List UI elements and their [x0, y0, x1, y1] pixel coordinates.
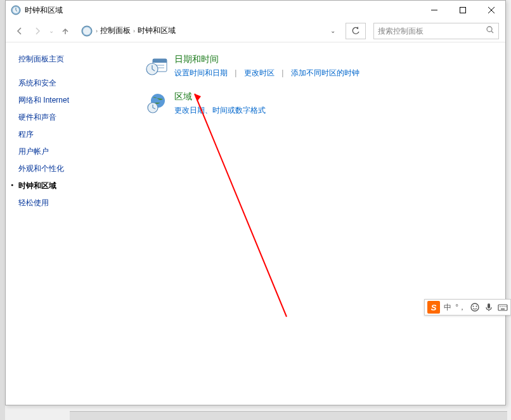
search-input[interactable] — [378, 27, 486, 35]
ime-toolbar[interactable]: S 中 °， — [424, 299, 511, 315]
address-dropdown-icon[interactable]: ⌄ — [328, 27, 338, 34]
svg-point-24 — [505, 306, 507, 307]
sidebar-item-system[interactable]: 系统和安全 — [18, 75, 133, 92]
maximize-button[interactable] — [448, 1, 477, 20]
back-button[interactable] — [12, 23, 27, 39]
sidebar: 控制面板主页 系统和安全 网络和 Internet 硬件和声音 程序 用户帐户 … — [6, 42, 133, 405]
titlebar: 时钟和区域 — [6, 1, 505, 20]
chevron-right-icon: › — [96, 28, 98, 34]
link-set-datetime[interactable]: 设置时间和日期 — [174, 68, 228, 77]
refresh-button[interactable] — [346, 23, 366, 39]
svg-point-5 — [487, 27, 492, 32]
chevron-right-icon: › — [133, 28, 135, 34]
up-button[interactable] — [58, 23, 73, 39]
svg-rect-18 — [488, 303, 490, 309]
navigation-bar: ⌄ › 控制面板 › 时钟和区域 ⌄ — [6, 20, 505, 42]
svg-point-17 — [476, 306, 477, 307]
sidebar-item-clock[interactable]: 时钟和区域 — [18, 177, 133, 194]
svg-rect-25 — [501, 309, 505, 310]
sidebar-item-hardware[interactable]: 硬件和声音 — [18, 109, 133, 126]
forward-button[interactable] — [30, 23, 45, 39]
app-icon — [11, 5, 21, 15]
ime-mic-icon[interactable] — [484, 302, 494, 312]
svg-rect-2 — [460, 8, 465, 13]
section-datetime: 日期和时间 设置时间和日期 | 更改时区 | 添加不同时区的时钟 — [145, 54, 493, 79]
search-box[interactable] — [373, 23, 499, 39]
link-change-format[interactable]: 更改日期、时间或数字格式 — [174, 106, 266, 115]
sidebar-home-link[interactable]: 控制面板主页 — [18, 54, 133, 65]
region-icon — [145, 91, 168, 114]
window-title: 时钟和区域 — [25, 5, 420, 16]
close-button[interactable] — [477, 1, 505, 20]
section-body: 日期和时间 设置时间和日期 | 更改时区 | 添加不同时区的时钟 — [174, 54, 359, 79]
sidebar-item-network[interactable]: 网络和 Internet — [18, 92, 133, 109]
window-controls — [420, 1, 505, 20]
ime-keyboard-icon[interactable] — [498, 302, 508, 312]
svg-point-22 — [501, 306, 503, 307]
breadcrumb-item[interactable]: 控制面板 — [100, 25, 131, 36]
breadcrumb[interactable]: › 控制面板 › 时钟和区域 — [96, 25, 325, 36]
sidebar-item-appearance[interactable]: 外观和个性化 — [18, 160, 133, 177]
link-separator: | — [281, 68, 283, 77]
content-area: 控制面板主页 系统和安全 网络和 Internet 硬件和声音 程序 用户帐户 … — [6, 42, 505, 405]
desktop-bottom-edge — [70, 411, 507, 420]
link-separator: | — [235, 68, 236, 77]
section-region: 区域 更改日期、时间或数字格式 — [145, 91, 493, 116]
svg-point-15 — [471, 303, 479, 311]
link-change-timezone[interactable]: 更改时区 — [244, 68, 275, 77]
ime-lang-toggle[interactable]: 中 — [444, 302, 451, 313]
recent-dropdown-icon[interactable]: ⌄ — [49, 27, 54, 34]
link-add-clocks[interactable]: 添加不同时区的时钟 — [291, 68, 359, 77]
svg-rect-20 — [498, 305, 507, 310]
ime-face-icon[interactable] — [470, 302, 480, 312]
search-icon — [486, 25, 495, 37]
desktop-left-edge — [0, 0, 5, 420]
sidebar-item-ease[interactable]: 轻松使用 — [18, 194, 133, 212]
section-title-region[interactable]: 区域 — [174, 91, 266, 103]
svg-rect-7 — [153, 59, 167, 63]
section-body: 区域 更改日期、时间或数字格式 — [174, 91, 266, 116]
sidebar-item-accounts[interactable]: 用户帐户 — [18, 143, 133, 160]
datetime-icon — [145, 54, 168, 77]
section-title-datetime[interactable]: 日期和时间 — [174, 54, 359, 65]
sidebar-list: 系统和安全 网络和 Internet 硬件和声音 程序 用户帐户 外观和个性化 … — [18, 75, 133, 212]
address-icon — [81, 25, 93, 37]
sidebar-item-programs[interactable]: 程序 — [18, 126, 133, 143]
section-links: 设置时间和日期 | 更改时区 | 添加不同时区的时钟 — [174, 68, 359, 79]
svg-point-23 — [503, 306, 505, 307]
svg-point-21 — [500, 306, 501, 307]
main-content: 日期和时间 设置时间和日期 | 更改时区 | 添加不同时区的时钟 — [133, 42, 505, 405]
ime-punct-toggle[interactable]: °， — [455, 302, 466, 313]
control-panel-window: 时钟和区域 ⌄ › 控制面板 › 时钟和区域 ⌄ — [5, 0, 506, 405]
ime-logo-icon[interactable]: S — [427, 301, 440, 314]
minimize-button[interactable] — [420, 1, 448, 20]
svg-point-16 — [473, 306, 474, 307]
breadcrumb-item[interactable]: 时钟和区域 — [138, 25, 176, 36]
section-links: 更改日期、时间或数字格式 — [174, 105, 266, 116]
svg-point-4 — [83, 27, 91, 35]
